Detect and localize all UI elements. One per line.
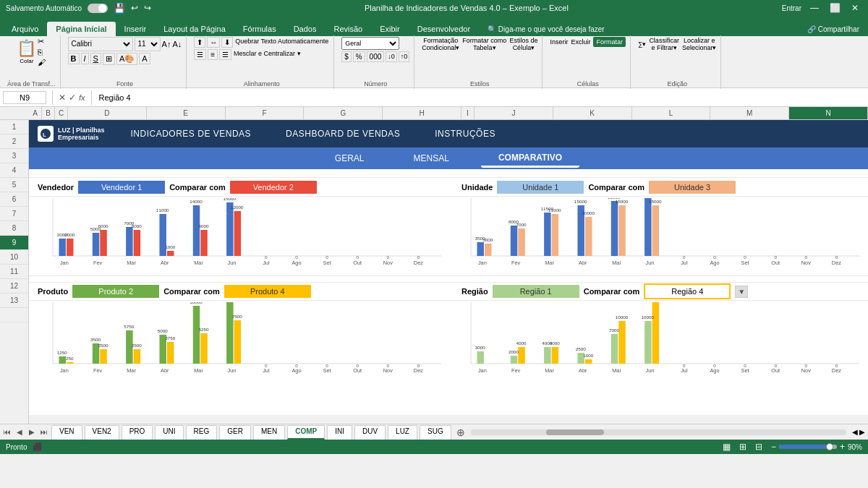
view-break-button[interactable]: ⊟ <box>755 442 762 452</box>
tab-formulas[interactable]: Fórmulas <box>234 22 285 36</box>
underline-button[interactable]: S <box>90 53 101 64</box>
undo-icon[interactable]: ↩ <box>131 3 138 13</box>
autosum-button[interactable]: ∑▾ <box>638 40 646 48</box>
formula-input[interactable] <box>98 92 865 103</box>
fill-button[interactable]: Classificare Filtrar▾ <box>649 37 679 51</box>
sheet-luz[interactable]: LUZ <box>388 425 417 440</box>
tab-layout[interactable]: Layout da Página <box>155 22 234 36</box>
sheet-comp[interactable]: COMP <box>287 425 325 440</box>
shrink-font-button[interactable]: A↓ <box>172 40 182 48</box>
format-as-table-button[interactable]: Formatar comoTabela▾ <box>462 37 506 51</box>
number-format-select[interactable]: Geral <box>341 37 399 50</box>
scroll-right-button[interactable]: ▶ <box>859 428 865 436</box>
conditional-format-button[interactable]: FormataçãoCondicional▾ <box>422 37 459 51</box>
tab-compartilhar[interactable]: 🔗 Compartilhar <box>799 22 868 36</box>
cancel-formula-button[interactable]: ✕ <box>59 93 66 103</box>
align-right-button[interactable]: ☰ <box>219 49 231 60</box>
prev-sheet-button[interactable]: ◀ <box>14 427 25 438</box>
sheet-pro[interactable]: PRO <box>122 425 153 440</box>
produto4-button[interactable]: Produto 4 <box>224 285 311 298</box>
tab-arquivo[interactable]: Arquivo <box>3 22 47 36</box>
vendedor1-button[interactable]: Vendedor 1 <box>78 181 165 194</box>
confirm-formula-button[interactable]: ✓ <box>69 93 76 103</box>
merge-center-button[interactable]: Mesclar e Centralizar ▾ <box>233 49 302 60</box>
tab-inserir[interactable]: Inserir <box>116 22 156 36</box>
paste-button[interactable]: 📋 Colar <box>17 39 36 64</box>
nav-instrucoes[interactable]: INSTRUÇÕES <box>417 123 513 145</box>
tab-help[interactable]: 🔍 Diga-me o que você deseja fazer <box>479 22 613 36</box>
restore-button[interactable]: ⬜ <box>827 2 842 14</box>
sheet-ven2[interactable]: VEN2 <box>85 425 119 440</box>
sheet-ger[interactable]: GER <box>219 425 251 440</box>
view-layout-button[interactable]: ⊞ <box>739 442 746 452</box>
regiao4-input[interactable]: Região 4 <box>644 283 731 299</box>
sheet-ven[interactable]: VEN <box>51 425 82 440</box>
find-select-button[interactable]: Localizar eSelecionar▾ <box>682 37 717 51</box>
autosave-toggle[interactable] <box>88 4 108 13</box>
format-cells-button[interactable]: Formatar <box>593 37 626 47</box>
increase-decimal-button[interactable]: ↑0 <box>399 51 410 62</box>
next-sheet-button[interactable]: ▶ <box>26 427 38 438</box>
sub-tab-mensal[interactable]: MENSAL <box>396 150 467 166</box>
fill-color-button[interactable]: A🎨 <box>116 53 137 65</box>
percent-button[interactable]: % <box>353 51 365 62</box>
redo-icon[interactable]: ↪ <box>144 3 151 13</box>
italic-button[interactable]: I <box>81 53 89 64</box>
sub-tab-comparativo[interactable]: COMPARATIVO <box>481 150 579 168</box>
zoom-slider[interactable] <box>779 445 837 449</box>
font-color-button[interactable]: A <box>139 53 150 64</box>
tab-pagina-inicial[interactable]: Página Inicial <box>47 22 115 36</box>
tab-revisao[interactable]: Revisão <box>325 22 371 36</box>
save-icon[interactable]: 💾 <box>114 3 125 14</box>
align-center-button[interactable]: ≡ <box>208 49 218 60</box>
sheet-duv[interactable]: DUV <box>354 425 386 440</box>
unidade3-button[interactable]: Unidade 3 <box>649 181 736 194</box>
font-family-select[interactable]: Calibri <box>68 37 133 51</box>
last-sheet-button[interactable]: ⏭ <box>38 427 50 438</box>
first-sheet-button[interactable]: ⏮ <box>1 427 13 438</box>
align-left-button[interactable]: ☰ <box>194 49 206 60</box>
cell-reference-input[interactable] <box>3 91 46 104</box>
unidade1-button[interactable]: Unidade 1 <box>497 181 584 194</box>
insert-cells-button[interactable]: Inserir <box>550 38 568 46</box>
macro-record-icon[interactable]: ⬛ <box>33 442 43 452</box>
format-painter-button[interactable]: 🖌 <box>38 58 46 67</box>
tab-exibir[interactable]: Exibir <box>371 22 409 36</box>
nav-indicadores[interactable]: INDICADORES DE VENDAS <box>114 123 269 145</box>
comma-button[interactable]: 000 <box>367 51 385 62</box>
grow-font-button[interactable]: A↑ <box>162 40 171 48</box>
scroll-track[interactable] <box>471 429 846 435</box>
sub-tab-geral[interactable]: GERAL <box>318 150 382 166</box>
regiao1-button[interactable]: Região 1 <box>493 285 579 298</box>
minimize-button[interactable]: — <box>807 2 822 14</box>
cell-styles-button[interactable]: Estilos deCélula▾ <box>509 37 537 51</box>
view-normal-button[interactable]: ▦ <box>723 442 731 452</box>
font-size-select[interactable]: 11 <box>135 37 161 51</box>
zoom-handle[interactable] <box>826 443 833 450</box>
produto2-button[interactable]: Produto 2 <box>72 285 159 298</box>
decrease-decimal-button[interactable]: ↓0 <box>386 51 397 62</box>
login-button[interactable]: Entrar <box>782 4 801 12</box>
scroll-left-button[interactable]: ◀ <box>852 428 858 436</box>
border-button[interactable]: ⊞ <box>103 53 115 65</box>
wrap-text-button[interactable]: Quebrar Texto Automaticamente <box>234 37 329 48</box>
delete-cells-button[interactable]: Excluir <box>571 38 590 46</box>
zoom-in-button[interactable]: + <box>840 442 845 452</box>
dropdown-arrow[interactable]: ▼ <box>735 286 748 298</box>
sheet-uni[interactable]: UNI <box>155 425 183 440</box>
nav-dashboard[interactable]: DASHBOARD DE VENDAS <box>268 123 417 145</box>
copy-button[interactable]: ⎘ <box>38 48 46 56</box>
sheet-ini[interactable]: INI <box>327 425 352 440</box>
tab-dados[interactable]: Dados <box>285 22 326 36</box>
vendedor2-button[interactable]: Vendedor 2 <box>230 181 317 194</box>
align-top-button[interactable]: ⬆ <box>194 37 205 48</box>
currency-button[interactable]: $ <box>341 51 352 62</box>
sheet-sug[interactable]: SUG <box>420 425 451 440</box>
sheet-reg[interactable]: REG <box>186 425 218 440</box>
cut-button[interactable]: ✂ <box>38 37 46 46</box>
bold-button[interactable]: B <box>68 53 80 64</box>
tab-desenvolvedor[interactable]: Desenvolvedor <box>409 22 479 36</box>
add-sheet-button[interactable]: ⊕ <box>454 425 468 440</box>
sheet-men[interactable]: MEN <box>253 425 285 440</box>
zoom-out-button[interactable]: − <box>771 442 776 452</box>
